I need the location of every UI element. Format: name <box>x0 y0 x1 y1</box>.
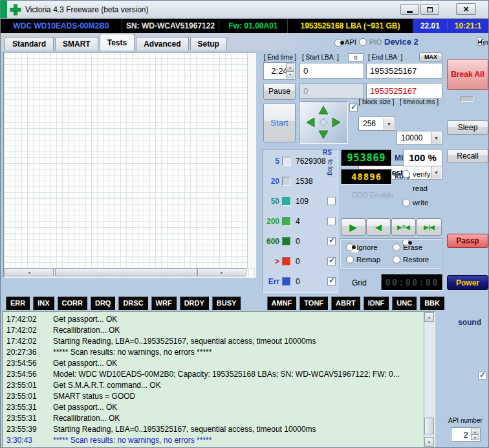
log-line: 23:54:56Get passport... OK <box>6 358 422 369</box>
spin-up-icon[interactable]: ▲ <box>471 429 479 434</box>
spin-buttons[interactable]: ▲ ▼ <box>471 429 479 440</box>
log-timestamp: 23:54:56 <box>6 369 53 380</box>
scroll-left-icon[interactable]: ◄ <box>5 268 54 276</box>
end-lba-value: 1953525167 <box>370 66 417 76</box>
log-line: 23:55:31Get passport... OK <box>6 402 422 413</box>
jump-end-button[interactable]: ▶|◀ <box>417 218 442 236</box>
register-abrt: ABRT <box>331 297 360 310</box>
tab-setup[interactable]: Setup <box>190 37 227 50</box>
timer-lcd: 00:00:00 <box>381 274 443 291</box>
log-timestamp: 17:42:02 <box>6 336 53 347</box>
tab-standard[interactable]: Standard <box>5 37 54 50</box>
log-scrollbar[interactable]: ▲ ▼ <box>424 312 434 447</box>
remaining-lba-field[interactable]: 1953525167 <box>366 83 442 99</box>
direction-pad[interactable] <box>299 101 348 144</box>
dropdown-arrow-icon[interactable]: ▼ <box>431 166 441 179</box>
maximize-button[interactable] <box>420 4 439 15</box>
response-row: > 0 <box>263 251 338 271</box>
max-lba-button[interactable]: MAX <box>419 52 442 62</box>
start-lba-label: [ Start LBA: ] <box>302 54 339 61</box>
log-message: Model: WDC WD10EADS-00M2B0; Capacity: 19… <box>53 370 400 379</box>
log-message: Recallibration... OK <box>53 326 120 335</box>
spin-down-icon[interactable]: ▼ <box>471 434 479 440</box>
api-mode-radio[interactable] <box>334 39 342 47</box>
close-button[interactable]: × <box>456 3 476 15</box>
recall-button[interactable]: Recall <box>447 149 488 163</box>
pause-button[interactable]: Pause <box>263 83 296 100</box>
graph-horizontal-scrollbar[interactable]: ◄ ► <box>5 268 246 276</box>
api-number-value: 2 <box>463 430 468 440</box>
register-idnf: IDNF <box>364 297 389 310</box>
device-serial: SN: WD-WCAV51967122 <box>122 19 219 33</box>
back-icon: ◀ <box>375 223 381 232</box>
scrollbar-thumb[interactable] <box>424 418 434 434</box>
start-button[interactable]: Start <box>263 103 296 142</box>
tab-tests[interactable]: Tests <box>100 34 135 50</box>
pio-mode-radio[interactable] <box>359 38 367 46</box>
end-time-spinner[interactable]: 2:24 ▲ ▼ <box>263 62 296 80</box>
start-lba-input[interactable]: 0 <box>299 63 364 79</box>
step-back-button[interactable]: ◀ <box>366 218 391 236</box>
register-amnf: AMNF <box>267 297 297 310</box>
remap-label: Remap <box>356 256 380 263</box>
device-number-label: Device 2 <box>384 37 418 47</box>
graph-vertical-scrollbar[interactable] <box>247 53 255 268</box>
end-lba-input[interactable]: 1953525167 <box>366 63 442 79</box>
block-size-value: 256 <box>363 119 376 128</box>
play-button[interactable]: ▶ <box>341 218 365 236</box>
api-mode-label: API <box>345 38 356 46</box>
log-timestamp: 3:30:43 <box>6 435 53 446</box>
end-time-label: [ End time ] <box>262 54 298 61</box>
seek-defect-button[interactable]: ▶?◀ <box>391 218 416 236</box>
block-size-select[interactable]: 256 ▼ <box>358 117 395 131</box>
restore-radio[interactable] <box>393 256 400 263</box>
minimize-button[interactable] <box>400 4 419 15</box>
log-timestamp: 23:55:31 <box>6 402 53 413</box>
minimize-icon <box>407 11 413 13</box>
scroll-right-icon[interactable]: ► <box>197 268 246 276</box>
response-bucket-label: 600 <box>264 237 279 246</box>
ignore-radio[interactable] <box>346 243 354 251</box>
remap-radio[interactable] <box>346 256 354 263</box>
device-model: WDC WD10EADS-00M2B0 <box>1 19 122 33</box>
spin-up-icon[interactable]: ▲ <box>286 63 294 71</box>
tab-advanced[interactable]: Advanced <box>136 37 188 50</box>
scroll-down-icon[interactable]: ▼ <box>424 437 434 447</box>
start-lba-badge: 0 <box>348 53 364 62</box>
defect-action-group: Ignore Erase Remap Restore <box>340 238 443 269</box>
verify-radio[interactable] <box>402 170 410 178</box>
spin-buttons[interactable]: ▲ ▼ <box>286 63 294 78</box>
passp-button[interactable]: Passp <box>447 234 488 248</box>
timeout-select[interactable]: 10000 ▼ <box>397 131 442 145</box>
write-radio[interactable] <box>402 199 410 207</box>
dropdown-arrow-icon[interactable]: ▼ <box>384 118 394 129</box>
position-lcd: 953869 <box>341 150 392 166</box>
break-all-button[interactable]: Break All <box>447 59 488 90</box>
log-bucket-checkbox[interactable] <box>327 217 336 225</box>
response-count: 0 <box>296 257 326 266</box>
grid-label: Grid <box>352 278 367 287</box>
scrollbar-thumb[interactable] <box>55 268 197 276</box>
power-button[interactable]: Power <box>447 275 488 290</box>
tab-smart[interactable]: SMART <box>55 37 98 50</box>
api-number-spinner[interactable]: 2 ▲ ▼ <box>451 427 481 442</box>
log-bucket-checkbox[interactable] <box>327 237 336 245</box>
log-timestamp: 23:55:39 <box>6 424 53 435</box>
response-count: 4 <box>296 217 326 226</box>
register-drdy: DRDY <box>180 297 209 310</box>
sleep-button[interactable]: Sleep <box>447 120 488 135</box>
sound-checkbox[interactable] <box>478 372 486 380</box>
log-line: 23:55:01Get S.M.A.R.T. command... OK <box>6 380 422 391</box>
block-size-label: [ block size ] <box>357 98 396 106</box>
log-bucket-checkbox[interactable] <box>327 277 336 286</box>
percent-display: 100 % <box>403 149 442 166</box>
time-display: 10:21:1 <box>455 21 481 30</box>
dropdown-arrow-icon[interactable]: ▼ <box>431 132 441 144</box>
log-panel[interactable]: 17:42:02Get passport... OK 17:42:02Recal… <box>2 311 435 447</box>
log-bucket-checkbox[interactable] <box>327 197 336 205</box>
spin-down-icon[interactable]: ▼ <box>286 71 294 79</box>
erase-radio[interactable] <box>393 243 400 251</box>
background-window-artifact <box>1 1 7 18</box>
scroll-up-icon[interactable]: ▲ <box>424 312 434 322</box>
log-bucket-checkbox[interactable] <box>327 257 336 265</box>
